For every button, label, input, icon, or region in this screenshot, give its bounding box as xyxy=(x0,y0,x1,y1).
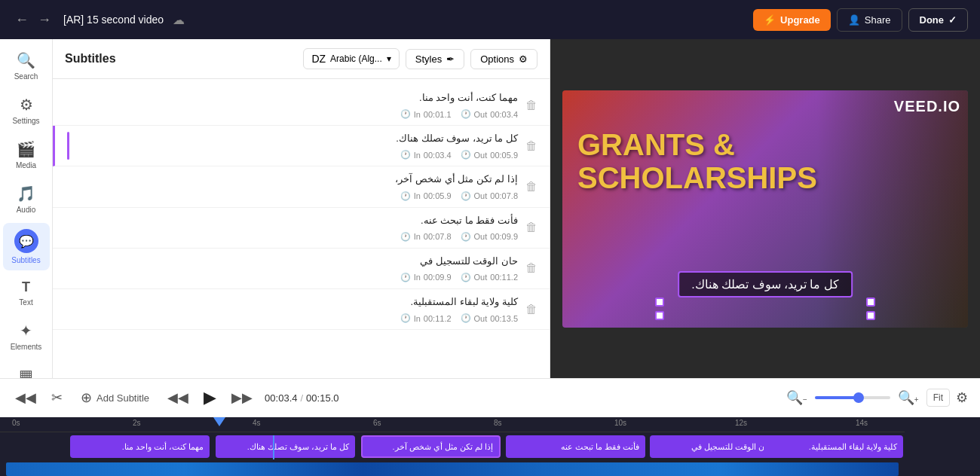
zoom-out-button[interactable]: 🔍− xyxy=(785,388,809,407)
delete-subtitle-button[interactable]: 🗑 xyxy=(525,295,537,323)
in-time: 🕐 In 00:03.4 xyxy=(400,150,452,160)
delete-subtitle-button[interactable]: 🗑 xyxy=(525,132,537,160)
caption-handle-tr[interactable] xyxy=(866,298,875,307)
transport-bar: ◀◀ ✂ ⊕ Add Subtitle ◀◀ ▶ ▶▶ 00:03.4 / 00… xyxy=(0,379,980,417)
caption-handle-tl[interactable] xyxy=(655,298,664,307)
styles-button[interactable]: Styles ✒ xyxy=(406,49,464,69)
veed-logo: VEED.IO xyxy=(894,98,960,115)
sidebar-item-text[interactable]: T Text xyxy=(3,273,50,313)
sidebar-item-search[interactable]: 🔍 Search xyxy=(3,45,50,87)
clock-in-icon: 🕐 xyxy=(400,109,411,119)
timeline-area: 0s 2s 4s 6s 8s 10s 12s 14s مهما كنت، أنت… xyxy=(0,417,980,476)
delete-subtitle-button[interactable]: 🗑 xyxy=(525,172,537,200)
timeline-wrapper: 0s 2s 4s 6s 8s 10s 12s 14s مهما كنت، أنت… xyxy=(0,417,905,476)
out-time: 🕐 Out 00:09.9 xyxy=(461,232,518,242)
subtitle-times: 🕐 In 00:07.8 🕐 Out 00:09.9 xyxy=(65,232,518,242)
timeline-clip[interactable]: إذا لم تكن مثل أي شخص آخر. xyxy=(361,435,501,458)
share-button[interactable]: 👤 Share xyxy=(837,8,902,32)
sidebar-item-subtitles[interactable]: 💬 Subtitles xyxy=(3,223,50,270)
timeline-clip[interactable]: كل ما تريد، سوف تصلك هناك. xyxy=(216,435,355,458)
timeline-clip[interactable]: كلية ولاية لبقاء المستقبلية. xyxy=(764,435,903,458)
subtitle-text[interactable]: إذا لم تكن مثل أي شخص آخر، xyxy=(65,172,518,186)
timeline-clip[interactable]: مهما كنت، أنت واحد منا. xyxy=(70,435,210,458)
options-button[interactable]: Options ⚙ xyxy=(470,49,537,69)
sidebar-item-templates[interactable]: ▦ Templates xyxy=(3,360,50,378)
subtitle-times: 🕐 In 00:09.9 🕐 Out 00:11.2 xyxy=(65,273,518,282)
language-selector[interactable]: DZ Arabic (Alg... ▾ xyxy=(303,48,399,69)
redo-button[interactable]: → xyxy=(35,9,54,31)
clock-out-icon: 🕐 xyxy=(461,191,471,201)
main-layout: 🔍 Search ⚙ Settings 🎬 Media 🎵 Audio 💬 Su… xyxy=(0,39,980,378)
templates-icon: ▦ xyxy=(19,366,33,378)
subtitle-text-area: كل ما تريد، سوف تصلك هناك. 🕐 In 00:03.4 … xyxy=(77,132,518,160)
skip-forward-button[interactable]: ▶▶ xyxy=(228,386,256,409)
styles-icon: ✒ xyxy=(446,53,455,65)
options-icon: ⚙ xyxy=(519,53,528,65)
subtitle-times: 🕐 In 00:03.4 🕐 Out 00:05.9 xyxy=(77,150,518,160)
chevron-down-icon: ▾ xyxy=(387,53,391,64)
current-time: 00:03.4 xyxy=(265,392,297,404)
clock-out-icon: 🕐 xyxy=(461,232,471,242)
active-subtitle-caption[interactable]: كل ما تريد، سوف تصلك هناك. xyxy=(678,271,853,298)
audio-track xyxy=(6,462,899,476)
ruler-mark: 10s xyxy=(614,419,626,427)
sidebar-item-audio[interactable]: 🎵 Audio xyxy=(3,178,50,220)
subtitle-text[interactable]: مهما كنت، أنت واحد منا. xyxy=(65,91,518,105)
ruler-mark: 8s xyxy=(494,419,502,427)
timeline-clip[interactable]: فأنت فقط ما تبحث عنه xyxy=(506,435,645,458)
timeline-ruler: 0s 2s 4s 6s 8s 10s 12s 14s xyxy=(0,417,905,432)
delete-subtitle-button[interactable]: 🗑 xyxy=(525,214,537,242)
selected-indicator xyxy=(67,132,69,160)
subtitle-text-area: فأنت فقط ما تبحث عنه. 🕐 In 00:07.8 🕐 Out… xyxy=(65,214,518,242)
caption-handle-br[interactable] xyxy=(866,311,875,320)
play-button[interactable]: ▶ xyxy=(201,385,219,410)
subtitle-text[interactable]: كل ما تريد، سوف تصلك هناك. xyxy=(77,132,518,145)
sidebar-item-media[interactable]: 🎬 Media xyxy=(3,134,50,175)
subtitle-text-area: كلية ولاية لبقاء المستقبلية. 🕐 In 00:11.… xyxy=(65,295,518,323)
skip-back-button[interactable]: ◀◀ xyxy=(164,386,191,409)
out-time: 🕐 Out 00:11.2 xyxy=(461,273,518,282)
zoom-in-button[interactable]: 🔍+ xyxy=(896,388,920,407)
delete-subtitle-button[interactable]: 🗑 xyxy=(525,91,537,119)
subtitle-times: 🕐 In 00:05.9 🕐 Out 00:07.8 xyxy=(65,191,518,201)
zoom-slider[interactable] xyxy=(815,396,890,399)
subtitle-text-area: مهما كنت، أنت واحد منا. 🕐 In 00:01.1 🕐 O… xyxy=(65,91,518,119)
in-time: 🕐 In 00:11.2 xyxy=(400,313,452,323)
undo-redo-group: ← → xyxy=(12,9,54,31)
video-main-text: GRANTS & SCHOLARSHIPS xyxy=(577,128,817,194)
playhead-line xyxy=(273,435,274,459)
topbar-left: ← → [AR] 15 second video ☁ xyxy=(12,9,185,31)
upgrade-button[interactable]: ⚡ Upgrade xyxy=(753,9,831,31)
subtitle-text[interactable]: كلية ولاية لبقاء المستقبلية. xyxy=(65,295,518,309)
sidebar-item-settings[interactable]: ⚙ Settings xyxy=(3,90,50,131)
subtitle-text-area: إذا لم تكن مثل أي شخص آخر، 🕐 In 00:05.9 … xyxy=(65,172,518,200)
clock-out-icon: 🕐 xyxy=(461,273,471,282)
timeline-tracks: مهما كنت، أنت واحد منا. كل ما تريد، سوف … xyxy=(0,432,905,462)
subtitle-text[interactable]: حان الوقت للتسجيل في xyxy=(65,255,518,268)
table-row: كلية ولاية لبقاء المستقبلية. 🕐 In 00:11.… xyxy=(53,289,550,330)
video-frame: VEED.IO GRANTS & SCHOLARSHIPS كل ما تريد… xyxy=(562,90,968,328)
share-icon: 👤 xyxy=(848,14,860,26)
subtitle-times: 🕐 In 00:11.2 🕐 Out 00:13.5 xyxy=(65,313,518,323)
subtitle-text[interactable]: فأنت فقط ما تبحث عنه. xyxy=(65,214,518,227)
add-subtitle-button[interactable]: ⊕ Add Subtitle xyxy=(75,386,155,409)
subtitle-times: 🕐 In 00:01.1 🕐 Out 00:03.4 xyxy=(65,109,518,119)
ruler-mark: 14s xyxy=(856,419,868,427)
caption-handle-bl[interactable] xyxy=(655,311,664,320)
subtitle-list: مهما كنت، أنت واحد منا. 🕐 In 00:01.1 🕐 O… xyxy=(53,79,550,378)
back-button[interactable]: ◀◀ xyxy=(12,386,39,409)
fit-button[interactable]: Fit xyxy=(926,389,950,407)
timeline-clip[interactable]: حان الوقت للتسجيل في xyxy=(650,435,778,458)
timeline-settings-button[interactable]: ⚙ xyxy=(956,389,968,406)
clock-in-icon: 🕐 xyxy=(400,191,411,201)
video-title: [AR] 15 second video xyxy=(63,14,164,26)
out-time: 🕐 Out 00:13.5 xyxy=(461,313,518,323)
sidebar-item-elements[interactable]: ✦ Elements xyxy=(3,316,50,357)
table-row: مهما كنت، أنت واحد منا. 🕐 In 00:01.1 🕐 O… xyxy=(53,85,550,126)
delete-subtitle-button[interactable]: 🗑 xyxy=(525,255,537,282)
undo-button[interactable]: ← xyxy=(12,9,32,31)
scissors-button[interactable]: ✂ xyxy=(48,386,66,409)
done-button[interactable]: Done ✓ xyxy=(908,8,969,32)
subtitles-icon: 💬 xyxy=(14,229,38,253)
subtitle-text-area: حان الوقت للتسجيل في 🕐 In 00:09.9 🕐 Out … xyxy=(65,255,518,282)
